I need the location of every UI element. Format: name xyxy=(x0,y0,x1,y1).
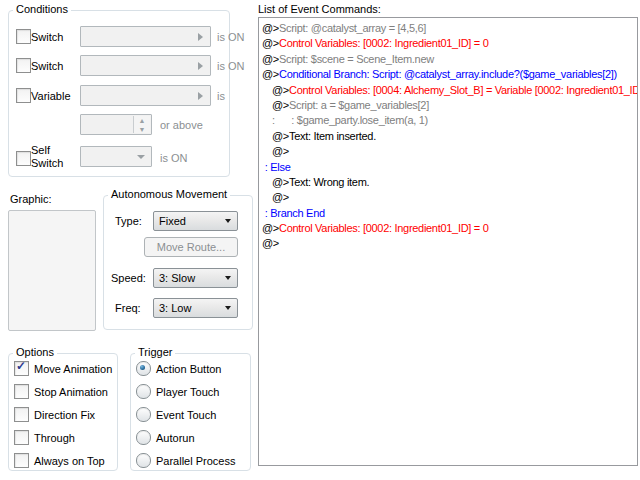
option-direction-fix[interactable]: Direction Fix xyxy=(14,403,114,426)
freq-combo[interactable]: 3: Low xyxy=(153,298,238,318)
option-label: Always on Top xyxy=(34,455,105,467)
option-through[interactable]: Through xyxy=(14,426,114,449)
event-command-line[interactable]: @>Control Variables: [0004: Alchemy_Slot… xyxy=(259,83,637,98)
variable-suffix2: or above xyxy=(160,119,203,131)
command-prefix: @> xyxy=(262,53,279,65)
option-label: Stop Animation xyxy=(34,386,108,398)
checkbox-icon[interactable] xyxy=(14,430,29,445)
command-prefix: @> xyxy=(262,237,279,249)
option-stop-animation[interactable]: Stop Animation xyxy=(14,380,114,403)
chevron-down-icon xyxy=(137,155,145,159)
variable-combo xyxy=(80,85,211,106)
option-label: Direction Fix xyxy=(34,409,95,421)
event-list-label: List of Event Commands: xyxy=(258,3,381,15)
type-combo-value: Fixed xyxy=(159,215,186,227)
type-combo[interactable]: Fixed xyxy=(153,211,238,231)
command-text: Control Variables: [0002: Ingredient01_I… xyxy=(279,222,489,234)
type-label: Type: xyxy=(115,215,142,227)
event-command-line[interactable]: : : $game_party.lose_item(a, 1) xyxy=(259,113,637,128)
event-command-list[interactable]: @>Script: @catalyst_array = [4,5,6]@>Con… xyxy=(258,17,638,466)
event-command-line[interactable]: @> xyxy=(259,190,637,205)
variable-label: Variable xyxy=(31,90,71,102)
trigger-event-touch[interactable]: Event Touch xyxy=(136,403,248,426)
event-command-line[interactable]: @>Script: $scene = Scene_Item.new xyxy=(259,52,637,67)
self-switch-checkbox[interactable] xyxy=(16,151,31,166)
graphic-preview-box[interactable] xyxy=(8,210,96,331)
graphic-label: Graphic: xyxy=(10,193,52,205)
speed-combo[interactable]: 3: Slow xyxy=(153,268,238,288)
combo-arrow-icon xyxy=(198,62,203,70)
speed-combo-value: 3: Slow xyxy=(159,272,195,284)
checkbox-icon[interactable] xyxy=(14,384,29,399)
self-switch-combo xyxy=(80,146,152,167)
event-command-line[interactable]: : Branch End xyxy=(259,206,637,221)
option-move-animation[interactable]: ✓Move Animation xyxy=(14,357,114,380)
check-mark-icon: ✓ xyxy=(16,359,26,373)
radio-icon[interactable] xyxy=(136,384,151,399)
command-prefix: @> xyxy=(272,176,289,188)
option-label: Move Animation xyxy=(34,363,112,375)
checkbox-icon[interactable] xyxy=(14,453,29,468)
trigger-label: Autorun xyxy=(156,432,195,444)
move-route-button: Move Route... xyxy=(144,237,238,257)
command-prefix: @> xyxy=(272,191,289,203)
trigger-label: Event Touch xyxy=(156,409,216,421)
event-command-line[interactable]: @>Text: Item inserted. xyxy=(259,129,637,144)
event-command-line[interactable]: @>Script: a = $game_variables[2] xyxy=(259,98,637,113)
switch1-checkbox[interactable] xyxy=(16,29,31,44)
switch1-label: Switch xyxy=(31,31,63,43)
command-text: Text: Wrong item. xyxy=(289,176,369,188)
chevron-down-icon xyxy=(225,306,231,310)
radio-dot-icon xyxy=(140,365,145,370)
trigger-label: Action Button xyxy=(156,363,221,375)
switch1-combo xyxy=(80,26,211,47)
trigger-parallel-process[interactable]: Parallel Process xyxy=(136,449,248,472)
variable-checkbox[interactable] xyxy=(16,88,31,103)
spinner-down-icon: ▼ xyxy=(134,125,150,134)
trigger-autorun[interactable]: Autorun xyxy=(136,426,248,449)
autonomous-movement-title: Autonomous Movement xyxy=(108,188,230,200)
command-text: Conditional Branch: Script: @catalyst_ar… xyxy=(279,68,617,80)
chevron-down-icon xyxy=(225,276,231,280)
command-text: Script: a = $game_variables[2] xyxy=(289,99,429,111)
event-command-line[interactable]: @>Control Variables: [0002: Ingredient01… xyxy=(259,36,637,51)
trigger-action-button[interactable]: Action Button xyxy=(136,357,248,380)
radio-icon[interactable] xyxy=(136,453,151,468)
command-prefix: @> xyxy=(262,22,279,34)
command-text: Control Variables: [0004: Alchemy_Slot_B… xyxy=(289,84,637,96)
command-text: Control Variables: [0002: Ingredient01_I… xyxy=(279,37,489,49)
event-command-line[interactable]: @>Text: Wrong item. xyxy=(259,175,637,190)
option-always-on-top[interactable]: Always on Top xyxy=(14,449,114,472)
freq-combo-value: 3: Low xyxy=(159,302,191,314)
switch2-combo xyxy=(80,55,211,76)
command-prefix: @> xyxy=(272,84,289,96)
switch1-suffix: is ON xyxy=(217,31,245,43)
command-prefix: @> xyxy=(272,130,289,142)
option-label: Through xyxy=(34,432,75,444)
switch2-checkbox[interactable] xyxy=(16,58,31,73)
trigger-list: Action ButtonPlayer TouchEvent TouchAuto… xyxy=(136,357,248,472)
radio-icon[interactable] xyxy=(136,407,151,422)
event-command-line[interactable]: @> xyxy=(259,144,637,159)
checkbox-icon[interactable] xyxy=(14,407,29,422)
command-text: Else xyxy=(270,161,290,173)
command-text: Script: $scene = Scene_Item.new xyxy=(279,53,434,65)
trigger-label: Parallel Process xyxy=(156,455,235,467)
trigger-label: Player Touch xyxy=(156,386,219,398)
event-command-line[interactable]: : Else xyxy=(259,160,637,175)
event-command-line[interactable]: @>Conditional Branch: Script: @catalyst_… xyxy=(259,67,637,82)
spinner-buttons: ▲ ▼ xyxy=(133,116,150,133)
command-prefix: @> xyxy=(272,99,289,111)
trigger-player-touch[interactable]: Player Touch xyxy=(136,380,248,403)
radio-icon[interactable] xyxy=(136,430,151,445)
command-prefix: @> xyxy=(262,37,279,49)
command-text: Branch End xyxy=(270,207,324,219)
conditions-group-title: Conditions xyxy=(13,3,71,15)
event-command-line[interactable]: @>Control Variables: [0002: Ingredient01… xyxy=(259,221,637,236)
event-command-line[interactable]: @>Script: @catalyst_array = [4,5,6] xyxy=(259,21,637,36)
command-prefix: @> xyxy=(272,145,289,157)
checkbox-checked-icon[interactable]: ✓ xyxy=(14,361,29,376)
radio-selected-icon[interactable] xyxy=(136,361,151,376)
command-text: : $game_party.lose_item(a, 1) xyxy=(275,114,428,126)
event-command-line[interactable]: @> xyxy=(259,236,637,251)
